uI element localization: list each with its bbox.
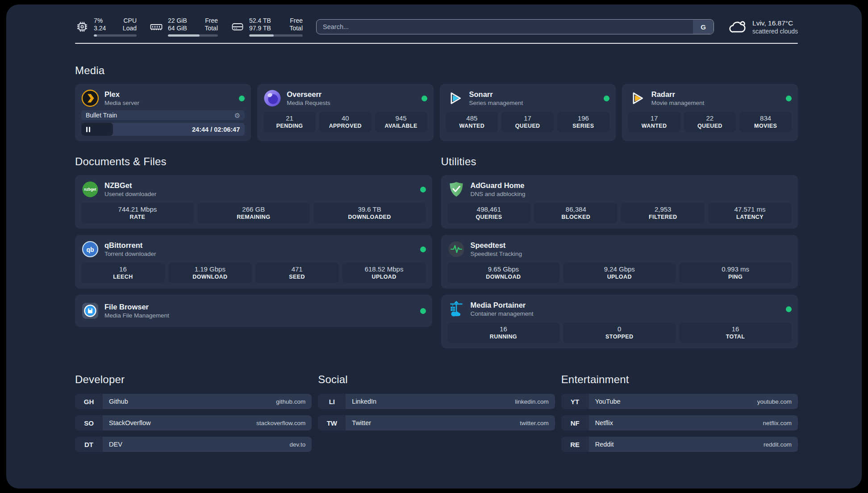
nzbget-name: NZBGet [104, 181, 156, 190]
bookmark-dev[interactable]: DT DEV dev.to [75, 437, 312, 452]
stat-download: 1.19 Gbps DOWNLOAD [168, 263, 252, 283]
sonarr-name: Sonarr [469, 90, 523, 99]
stat-seed: 471 SEED [255, 263, 339, 283]
section-developer: Developer GH Github github.com SO StackO… [75, 373, 312, 452]
radarr-logo-icon [628, 89, 646, 107]
portainer-name: Media Portainer [471, 301, 534, 309]
nzbget-desc: Usenet downloader [104, 191, 156, 197]
memory-label-1: Free [204, 17, 218, 25]
header-divider [75, 43, 798, 44]
search-engine-button[interactable]: G [693, 20, 714, 34]
bookmark-stackoverflow[interactable]: SO StackOverflow stackoverflow.com [75, 415, 312, 430]
app-card-adguard[interactable]: AdGuard Home DNS and adblocking 498,461 … [441, 175, 798, 229]
dashboard: 7% 3.24 CPU Load [6, 4, 862, 489]
radarr-status-dot [786, 96, 792, 101]
memory-progress-bar [168, 34, 218, 37]
app-card-sonarr[interactable]: Sonarr Series management 485 WANTED 17 Q… [440, 84, 616, 141]
stat-pending: 21 PENDING [263, 112, 316, 132]
developer-section-title: Developer [75, 373, 312, 386]
stat-queries: 498,461 QUERIES [447, 203, 531, 223]
app-card-filebrowser[interactable]: File Browser Media File Management [75, 295, 432, 327]
overseerr-logo-icon [263, 89, 281, 107]
stat-download: 9.65 Gbps DOWNLOAD [447, 263, 560, 283]
nzbget-logo-icon: nzbget [81, 180, 99, 198]
weather-widget[interactable]: Lviv, 16.87°C scattered clouds [727, 19, 798, 35]
player-settings-gear-icon[interactable]: ⚙ [234, 112, 240, 119]
disk-label-2: Total [289, 25, 303, 32]
cpu-icon [75, 20, 89, 34]
app-card-overseerr[interactable]: Overseerr Media Requests 21 PENDING 40 A… [257, 84, 433, 141]
plex-name: Plex [104, 90, 139, 99]
nzbget-status-dot [420, 187, 426, 192]
pause-icon [86, 127, 88, 132]
social-section-title: Social [318, 373, 555, 386]
disk-widget: 52.4 TB 97.9 TB Free Total [230, 17, 303, 37]
section-social: Social LI LinkedIn linkedin.com TW Twitt… [318, 373, 555, 452]
section-utilities: Utilities AdGuard Home [441, 155, 798, 348]
entertainment-section-title: Entertainment [561, 373, 798, 386]
stat-ping: 0.993 ms PING [679, 263, 792, 283]
stat-available: 945 AVAILABLE [375, 112, 427, 132]
stat-leech: 16 LEECH [81, 263, 165, 283]
media-section-title: Media [75, 64, 798, 77]
plex-now-playing: Bullet Train ⚙ 24:44 / 02:06:47 [81, 110, 245, 136]
cpu-label-2: Load [123, 25, 137, 32]
bookmark-netflix[interactable]: NF Netflix netflix.com [561, 415, 798, 430]
disk-progress-fill [249, 34, 274, 37]
stat-movies: 834 MOVIES [739, 112, 792, 132]
cpu-widget: 7% 3.24 CPU Load [75, 17, 137, 37]
app-card-nzbget[interactable]: nzbget NZBGet Usenet downloader 744.21 M… [75, 175, 432, 229]
sonarr-desc: Series management [469, 100, 523, 106]
qbittorrent-status-dot [420, 246, 426, 252]
disk-total: 97.9 TB [249, 25, 271, 32]
adguard-name: AdGuard Home [471, 181, 526, 190]
bookmark-twitter[interactable]: TW Twitter twitter.com [318, 415, 555, 430]
radarr-name: Radarr [651, 90, 705, 99]
qbittorrent-name: qBittorrent [104, 241, 156, 250]
search-bar[interactable]: G [316, 19, 714, 34]
bookmark-reddit[interactable]: RE Reddit reddit.com [561, 437, 798, 452]
speedtest-desc: Speedtest Tracking [471, 251, 522, 257]
speedtest-logo-icon [447, 240, 465, 258]
app-card-portainer[interactable]: Media Portainer Container management 16 … [441, 295, 798, 348]
adguard-desc: DNS and adblocking [471, 191, 526, 197]
stat-approved: 40 APPROVED [319, 112, 371, 132]
sonarr-status-dot [604, 96, 609, 101]
app-card-plex[interactable]: Plex Media server Bullet Train ⚙ [75, 84, 251, 141]
cloud-icon [727, 19, 747, 34]
stat-running: 16 RUNNING [447, 322, 560, 343]
stat-downloaded: 39.6 TB DOWNLOADED [313, 203, 426, 223]
qbittorrent-logo-icon: qb [81, 240, 99, 258]
adguard-logo-icon [447, 180, 465, 198]
disk-label-1: Free [289, 17, 303, 25]
stat-remaining: 266 GB REMAINING [197, 203, 310, 223]
bookmark-youtube[interactable]: YT YouTube youtube.com [561, 394, 798, 409]
overseerr-status-dot [421, 96, 427, 101]
memory-widget: 22 GiB 64 GiB Free Total [149, 17, 218, 37]
search-input[interactable] [317, 23, 693, 30]
cpu-label-1: CPU [123, 17, 137, 25]
app-card-qbittorrent[interactable]: qb qBittorrent Torrent downloader 16 LEE… [75, 235, 432, 288]
stat-blocked: 86,384 BLOCKED [534, 203, 618, 223]
bookmark-github[interactable]: GH Github github.com [75, 394, 312, 409]
filebrowser-logo-icon [81, 302, 99, 320]
stat-filtered: 2,953 FILTERED [621, 203, 705, 223]
svg-text:qb: qb [86, 246, 94, 253]
cpu-progress-fill [94, 34, 97, 37]
sonarr-logo-icon [446, 89, 464, 107]
stat-rate: 744.21 Mbps RATE [81, 203, 194, 223]
section-media: Media Plex Media server B [75, 64, 798, 141]
memory-total: 64 GiB [168, 25, 187, 32]
app-card-radarr[interactable]: Radarr Movie management 17 WANTED 22 QUE… [622, 84, 798, 141]
bookmark-linkedin[interactable]: LI LinkedIn linkedin.com [318, 394, 555, 409]
stat-total: 16 TOTAL [679, 322, 792, 343]
overseerr-name: Overseerr [287, 90, 330, 99]
disk-free: 52.4 TB [249, 17, 271, 25]
cpu-progress-bar [94, 34, 137, 37]
portainer-logo-icon [447, 300, 465, 318]
stat-wanted: 17 WANTED [628, 112, 680, 132]
disk-progress-bar [249, 34, 303, 37]
plex-logo-icon [81, 89, 99, 107]
app-card-speedtest[interactable]: Speedtest Speedtest Tracking 9.65 Gbps D… [441, 235, 798, 288]
plex-status-dot [239, 96, 245, 101]
